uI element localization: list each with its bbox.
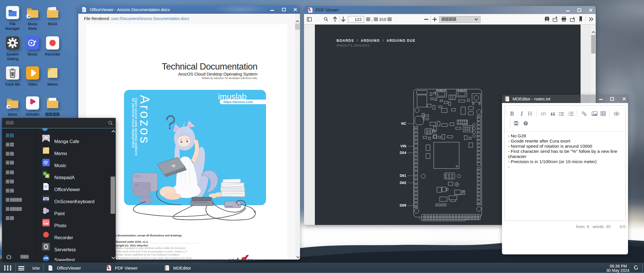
- svg-text:NC: NC: [401, 122, 406, 126]
- svg-text:D54: D54: [400, 151, 406, 155]
- svg-text:D69: D69: [400, 203, 406, 207]
- svg-text:3: 3: [568, 114, 569, 116]
- svg-text:?: ?: [525, 122, 527, 125]
- svg-text:A: A: [46, 174, 49, 178]
- svg-text:D61: D61: [400, 174, 406, 178]
- svg-text:D62: D62: [400, 181, 406, 185]
- svg-text:VIN: VIN: [400, 144, 406, 148]
